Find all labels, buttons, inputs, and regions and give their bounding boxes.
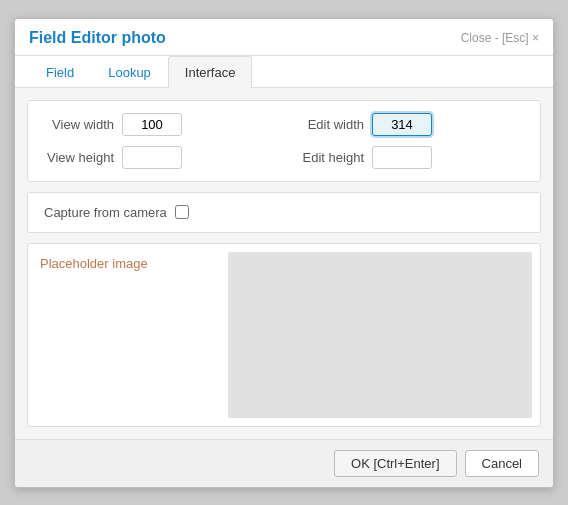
capture-row: Capture from camera bbox=[44, 205, 524, 220]
field-editor-dialog: Field Editor photo Close - [Esc] × Field… bbox=[14, 18, 554, 488]
capture-section: Capture from camera bbox=[27, 192, 541, 233]
capture-label: Capture from camera bbox=[44, 205, 167, 220]
dialog-footer: OK [Ctrl+Enter] Cancel bbox=[15, 439, 553, 487]
edit-width-label: Edit width bbox=[294, 117, 364, 132]
close-button[interactable]: Close - [Esc] × bbox=[461, 31, 539, 45]
cancel-button[interactable]: Cancel bbox=[465, 450, 539, 477]
dimensions-grid: View width Edit width View height Edit h… bbox=[44, 113, 524, 169]
dialog-header: Field Editor photo Close - [Esc] × bbox=[15, 19, 553, 56]
image-placeholder-area: Placeholder image bbox=[28, 244, 228, 426]
tab-interface[interactable]: Interface bbox=[168, 56, 253, 88]
view-width-row: View width bbox=[44, 113, 274, 136]
placeholder-image-label: Placeholder image bbox=[40, 256, 148, 271]
tab-field[interactable]: Field bbox=[29, 56, 91, 88]
tab-lookup[interactable]: Lookup bbox=[91, 56, 168, 88]
view-height-label: View height bbox=[44, 150, 114, 165]
dimensions-section: View width Edit width View height Edit h… bbox=[27, 100, 541, 182]
dialog-body: View width Edit width View height Edit h… bbox=[15, 88, 553, 439]
capture-checkbox[interactable] bbox=[175, 205, 189, 219]
edit-width-row: Edit width bbox=[294, 113, 524, 136]
view-width-label: View width bbox=[44, 117, 114, 132]
dialog-title: Field Editor photo bbox=[29, 29, 166, 47]
view-width-input[interactable] bbox=[122, 113, 182, 136]
view-height-input[interactable] bbox=[122, 146, 182, 169]
image-gray-box bbox=[228, 252, 532, 418]
edit-height-input[interactable] bbox=[372, 146, 432, 169]
edit-height-row: Edit height bbox=[294, 146, 524, 169]
view-height-row: View height bbox=[44, 146, 274, 169]
edit-width-input[interactable] bbox=[372, 113, 432, 136]
edit-height-label: Edit height bbox=[294, 150, 364, 165]
tab-bar: Field Lookup Interface bbox=[15, 56, 553, 88]
image-section: Placeholder image bbox=[27, 243, 541, 427]
ok-button[interactable]: OK [Ctrl+Enter] bbox=[334, 450, 457, 477]
